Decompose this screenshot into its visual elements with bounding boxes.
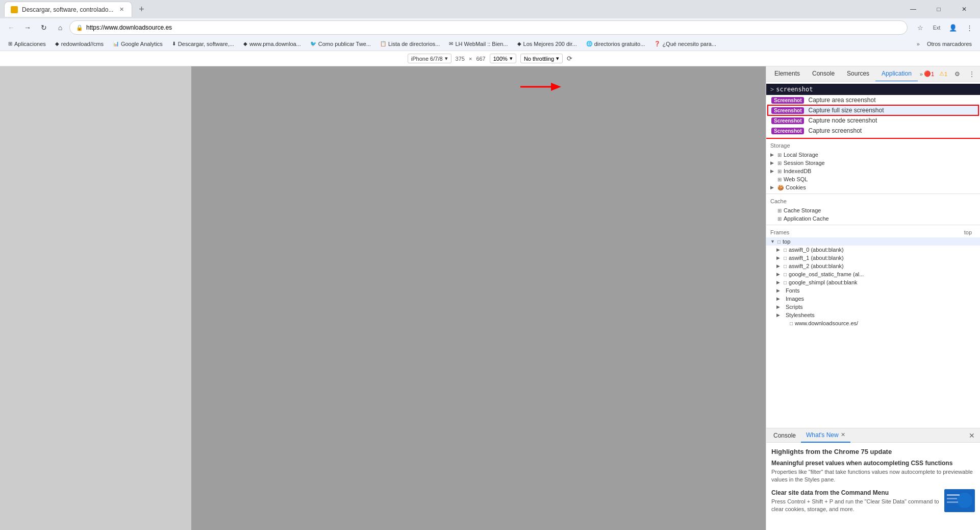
tree-google-osd[interactable]: ▶ □ google_osd_static_frame (al... xyxy=(766,270,980,278)
tree-frame-top[interactable]: ▼ □ top xyxy=(766,237,980,246)
close-button[interactable]: ✕ xyxy=(952,2,976,17)
frames-top-right-label: top xyxy=(964,229,972,235)
more-options-button[interactable]: ⋮ xyxy=(963,21,976,34)
tree-local-storage[interactable]: ▶ ⊞ Local Storage xyxy=(766,151,980,159)
devtools-more-button[interactable]: ⋮ xyxy=(966,68,978,80)
indexeddb-icon: ⊞ xyxy=(777,168,782,174)
aswift0-label: aswift_0 (about:blank) xyxy=(789,247,844,253)
frames-divider xyxy=(766,225,980,225)
bookmark-descargar[interactable]: ⬇ Descargar, software,... xyxy=(168,38,238,50)
tree-indexeddb[interactable]: ▶ ⊞ IndexedDB xyxy=(766,167,980,175)
tree-app-cache[interactable]: ⊞ Application Cache xyxy=(766,214,980,223)
device-toolbar: iPhone 6/7/8 ▾ 375 × 667 100% ▾ No throt… xyxy=(0,51,980,66)
fonts-toggle: ▶ xyxy=(776,288,784,293)
bottom-tab-whats-new[interactable]: What's New ✕ xyxy=(801,428,850,443)
command-option-capture[interactable]: Screenshot Capture screenshot xyxy=(766,126,980,136)
bookmark-que-necesito-label: ¿Qué necesito para... xyxy=(662,41,716,47)
devtools-icons: 🔴 1 ⚠ 1 ⚙ ⋮ ✕ xyxy=(923,68,980,80)
tree-cookies[interactable]: ▶ 🍪 Cookies xyxy=(766,183,980,191)
tree-session-storage[interactable]: ▶ ⊞ Session Storage xyxy=(766,159,980,167)
rotate-button[interactable]: ⟳ xyxy=(567,55,572,62)
bookmark-200dir[interactable]: ◆ Los Mejores 200 dir... xyxy=(513,38,581,50)
extensions-button[interactable]: Ext xyxy=(930,21,943,34)
maximize-button[interactable]: □ xyxy=(927,2,950,17)
tree-fonts[interactable]: ▶ Fonts xyxy=(766,286,980,295)
back-button[interactable]: ← xyxy=(4,20,18,35)
tree-images[interactable]: ▶ Images xyxy=(766,295,980,303)
bookmark-apps[interactable]: ⊞ Aplicaciones xyxy=(4,38,50,50)
lista-icon: 📋 xyxy=(380,41,386,46)
devtools-tabs: Elements Console Sources Application » 🔴… xyxy=(766,66,980,82)
device-selector[interactable]: iPhone 6/7/8 ▾ xyxy=(408,54,451,63)
bookmark-webmail[interactable]: ✉ LH WebMail :: Bien... xyxy=(445,38,512,50)
command-option-area[interactable]: Screenshot Capture area screenshot xyxy=(766,95,980,105)
viewport-width: 375 xyxy=(456,56,465,62)
websql-label: Web SQL xyxy=(784,176,808,182)
home-button[interactable]: ⌂ xyxy=(53,20,67,35)
svg-rect-13 xyxy=(947,498,957,499)
bookmark-twitter[interactable]: 🐦 Como publicar Twe... xyxy=(306,38,375,50)
address-bar[interactable]: 🔒 https://www.downloadsource.es xyxy=(69,20,908,35)
tree-scripts[interactable]: ▶ Scripts xyxy=(766,303,980,311)
cookies-toggle: ▶ xyxy=(770,185,777,190)
bookmark-lista-label: Lista de directorios... xyxy=(388,41,440,47)
devtools-tab-elements[interactable]: Elements xyxy=(768,66,806,82)
active-tab[interactable]: Descargar, software, controlado... ✕ xyxy=(4,2,132,17)
throttle-label: No throttling xyxy=(524,56,554,62)
fonts-label: Fonts xyxy=(786,287,800,294)
bottom-tab-console[interactable]: Console xyxy=(768,428,801,443)
command-input-row[interactable]: > screenshot xyxy=(766,84,980,95)
throttle-selector[interactable]: No throttling ▾ xyxy=(520,54,563,63)
devtools-tab-console[interactable]: Console xyxy=(806,66,841,82)
devtools-tab-application[interactable]: Application xyxy=(875,66,918,82)
devtools-tab-sources[interactable]: Sources xyxy=(841,66,875,82)
bookmark-redownload[interactable]: ◆ redownload//cms xyxy=(51,38,108,50)
tab-close-button[interactable]: ✕ xyxy=(117,6,125,14)
bookmark-lista[interactable]: 📋 Lista de directorios... xyxy=(376,38,444,50)
devtools-settings-button[interactable]: ⚙ xyxy=(951,68,964,80)
zoom-selector[interactable]: 100% ▾ xyxy=(490,54,516,63)
bookmark-star-button[interactable]: ☆ xyxy=(914,21,927,34)
navigation-bar: ← → ↻ ⌂ 🔒 https://www.downloadsource.es … xyxy=(0,18,980,37)
bookmark-redownload-label: redownload//cms xyxy=(61,41,104,47)
command-option-fullsize[interactable]: Screenshot Capture full size screenshot xyxy=(766,105,980,115)
bottom-panel-close-button[interactable]: ✕ xyxy=(966,431,978,440)
forward-button[interactable]: → xyxy=(20,20,35,35)
tree-google-shimpl[interactable]: ▶ □ google_shimpl (about:blank xyxy=(766,278,980,286)
tree-cache-storage[interactable]: ⊞ Cache Storage xyxy=(766,206,980,214)
reload-button[interactable]: ↻ xyxy=(37,20,51,35)
tree-aswift1[interactable]: ▶ □ aswift_1 (about:blank) xyxy=(766,254,980,262)
whats-new-tab-close[interactable]: ✕ xyxy=(841,431,845,438)
command-option-node[interactable]: Screenshot Capture node screenshot xyxy=(766,115,980,126)
images-label: Images xyxy=(786,296,804,302)
minimize-button[interactable]: — xyxy=(901,2,925,17)
downloadsource-label: www.downloadsource.es/ xyxy=(795,320,858,326)
bookmark-apps-label: Aplicaciones xyxy=(14,41,46,47)
google-shimpl-label: google_shimpl (about:blank xyxy=(789,279,858,285)
twitter-icon: 🐦 xyxy=(310,41,316,46)
stylesheets-label: Stylesheets xyxy=(786,312,815,318)
tree-aswift0[interactable]: ▶ □ aswift_0 (about:blank) xyxy=(766,246,980,254)
google-shimpl-icon: □ xyxy=(784,280,787,285)
indexeddb-toggle: ▶ xyxy=(770,168,777,174)
tree-stylesheets[interactable]: ▶ Stylesheets xyxy=(766,311,980,319)
new-tab-button[interactable]: + xyxy=(134,2,148,16)
session-storage-icon: ⊞ xyxy=(777,160,782,166)
app-cache-label: Application Cache xyxy=(784,215,829,222)
bookmark-analytics[interactable]: 📊 Google Analytics xyxy=(109,38,167,50)
tree-aswift2[interactable]: ▶ □ aswift_2 (about:blank) xyxy=(766,262,980,270)
bookmark-directorios[interactable]: 🌐 directorios gratuito... xyxy=(582,38,649,50)
bookmarks-more-button[interactable]: » xyxy=(917,41,920,47)
cache-section-header: Cache xyxy=(766,196,980,206)
bookmark-otros[interactable]: Otros marcadores xyxy=(923,38,976,50)
tree-downloadsource[interactable]: □ www.downloadsource.es/ xyxy=(766,319,980,327)
tree-websql[interactable]: ⊞ Web SQL xyxy=(766,175,980,183)
profile-button[interactable]: 👤 xyxy=(946,21,960,34)
bookmarks-bar: ⊞ Aplicaciones ◆ redownload//cms 📊 Googl… xyxy=(0,37,980,51)
command-dropdown: > screenshot Screenshot Capture area scr… xyxy=(766,82,980,138)
command-option-node-text: Capture node screenshot xyxy=(808,117,877,124)
bookmark-pma[interactable]: ◆ www.pma.downloa... xyxy=(239,38,305,50)
aswift2-label: aswift_2 (about:blank) xyxy=(789,263,844,269)
cookies-label: Cookies xyxy=(786,184,806,190)
bookmark-que-necesito[interactable]: ❓ ¿Qué necesito para... xyxy=(650,38,720,50)
